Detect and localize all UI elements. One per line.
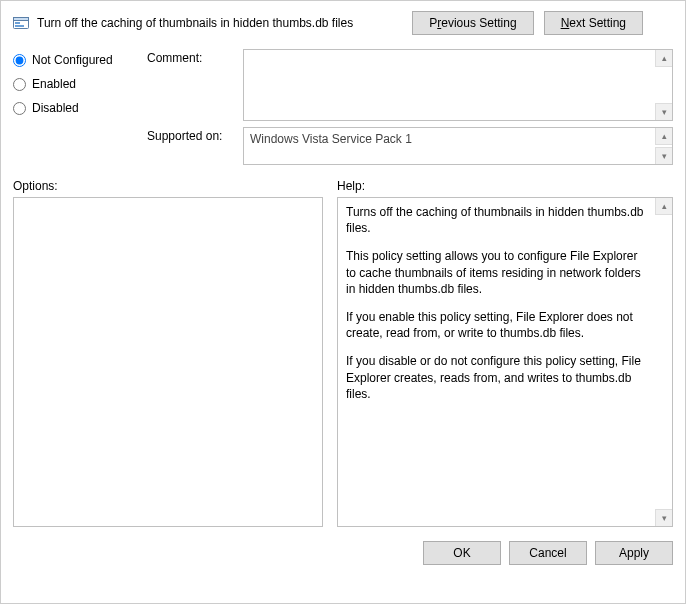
radio-not-configured-input[interactable] xyxy=(13,54,26,67)
help-label: Help: xyxy=(337,179,673,193)
help-text: Turns off the caching of thumbnails in h… xyxy=(346,204,650,236)
previous-setting-button[interactable]: Previous Setting xyxy=(412,11,533,35)
options-pane xyxy=(13,197,323,527)
scroll-up-icon[interactable]: ▴ xyxy=(655,128,672,145)
comment-label: Comment: xyxy=(147,49,233,65)
options-label: Options: xyxy=(13,179,323,193)
help-text: This policy setting allows you to config… xyxy=(346,248,650,297)
radio-disabled-label: Disabled xyxy=(32,101,79,115)
policy-title: Turn off the caching of thumbnails in hi… xyxy=(37,16,353,30)
help-text: If you enable this policy setting, File … xyxy=(346,309,650,341)
supported-on-label: Supported on: xyxy=(147,127,233,143)
next-setting-button[interactable]: Next Setting xyxy=(544,11,643,35)
comment-textarea[interactable]: ▴ ▾ xyxy=(243,49,673,121)
state-radio-group: Not Configured Enabled Disabled xyxy=(13,49,133,165)
supported-on-value: Windows Vista Service Pack 1 ▴ ▾ xyxy=(243,127,673,165)
radio-enabled-label: Enabled xyxy=(32,77,76,91)
radio-enabled-input[interactable] xyxy=(13,78,26,91)
scroll-up-icon[interactable]: ▴ xyxy=(655,198,672,215)
svg-rect-1 xyxy=(14,18,29,21)
cancel-button[interactable]: Cancel xyxy=(509,541,587,565)
scroll-down-icon[interactable]: ▾ xyxy=(655,103,672,120)
policy-icon xyxy=(13,15,29,31)
radio-not-configured[interactable]: Not Configured xyxy=(13,53,133,67)
scroll-down-icon[interactable]: ▾ xyxy=(655,147,672,164)
scroll-up-icon[interactable]: ▴ xyxy=(655,50,672,67)
radio-disabled-input[interactable] xyxy=(13,102,26,115)
radio-enabled[interactable]: Enabled xyxy=(13,77,133,91)
svg-rect-3 xyxy=(15,25,24,27)
radio-disabled[interactable]: Disabled xyxy=(13,101,133,115)
help-text: If you disable or do not configure this … xyxy=(346,353,650,402)
ok-button[interactable]: OK xyxy=(423,541,501,565)
apply-button[interactable]: Apply xyxy=(595,541,673,565)
svg-rect-2 xyxy=(15,22,20,24)
scroll-down-icon[interactable]: ▾ xyxy=(655,509,672,526)
radio-not-configured-label: Not Configured xyxy=(32,53,113,67)
help-pane: Turns off the caching of thumbnails in h… xyxy=(337,197,673,527)
